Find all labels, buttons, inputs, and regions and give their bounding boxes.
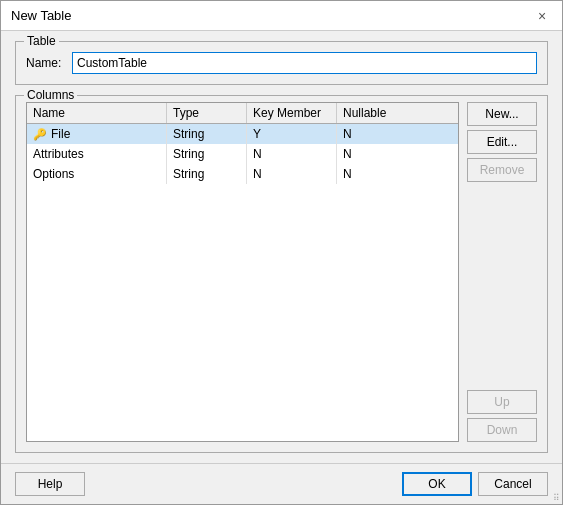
key-icon: 🔑 xyxy=(33,128,47,141)
table-group: Table Name: xyxy=(15,41,548,85)
new-table-dialog: New Table × Table Name: Columns Name Typ… xyxy=(0,0,563,505)
cell-name-0: 🔑 File xyxy=(27,124,167,144)
cell-name-2: Options xyxy=(27,164,167,184)
title-bar: New Table × xyxy=(1,1,562,31)
table-row[interactable]: Attributes String N N xyxy=(27,144,458,164)
table-row[interactable]: 🔑 File String Y N xyxy=(27,124,458,144)
cell-type-2: String xyxy=(167,164,247,184)
resize-handle: ⠿ xyxy=(553,494,560,503)
dialog-footer: Help OK Cancel xyxy=(1,463,562,504)
dialog-title: New Table xyxy=(11,8,71,23)
table-name-input[interactable] xyxy=(72,52,537,74)
cell-name-1: Attributes xyxy=(27,144,167,164)
footer-right: OK Cancel xyxy=(402,472,548,496)
table-group-label: Table xyxy=(24,34,59,48)
cell-key-1: N xyxy=(247,144,337,164)
col-header-nullable: Nullable xyxy=(337,103,407,123)
cell-key-0: Y xyxy=(247,124,337,144)
table-header: Name Type Key Member Nullable xyxy=(27,103,458,124)
edit-column-button[interactable]: Edit... xyxy=(467,130,537,154)
cell-type-1: String xyxy=(167,144,247,164)
side-buttons: New... Edit... Remove Up Down xyxy=(467,102,537,442)
cell-nullable-2: N xyxy=(337,164,407,184)
help-button[interactable]: Help xyxy=(15,472,85,496)
dialog-content: Table Name: Columns Name Type Key Member… xyxy=(1,31,562,463)
columns-table: Name Type Key Member Nullable 🔑 File Str… xyxy=(26,102,459,442)
col-header-key: Key Member xyxy=(247,103,337,123)
move-up-button[interactable]: Up xyxy=(467,390,537,414)
close-button[interactable]: × xyxy=(532,6,552,26)
cell-type-0: String xyxy=(167,124,247,144)
columns-group: Columns Name Type Key Member Nullable 🔑 … xyxy=(15,95,548,453)
new-column-button[interactable]: New... xyxy=(467,102,537,126)
cancel-button[interactable]: Cancel xyxy=(478,472,548,496)
move-down-button[interactable]: Down xyxy=(467,418,537,442)
table-body: 🔑 File String Y N Attributes String N xyxy=(27,124,458,441)
table-row[interactable]: Options String N N xyxy=(27,164,458,184)
name-label: Name: xyxy=(26,56,64,70)
remove-column-button[interactable]: Remove xyxy=(467,158,537,182)
cell-key-2: N xyxy=(247,164,337,184)
col-header-type: Type xyxy=(167,103,247,123)
ok-button[interactable]: OK xyxy=(402,472,472,496)
cell-nullable-1: N xyxy=(337,144,407,164)
columns-group-label: Columns xyxy=(24,88,77,102)
name-row: Name: xyxy=(26,52,537,74)
col-header-name: Name xyxy=(27,103,167,123)
cell-nullable-0: N xyxy=(337,124,407,144)
